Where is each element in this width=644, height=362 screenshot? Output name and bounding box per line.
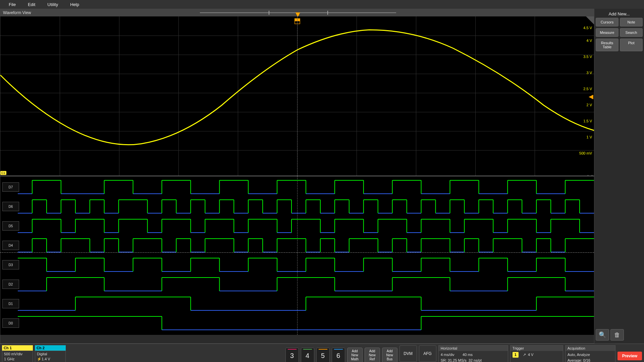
add-new-ref-button[interactable]: AddNewRef xyxy=(365,348,380,362)
menu-utility[interactable]: Utility xyxy=(41,1,64,8)
channel-6-button[interactable]: 6 xyxy=(332,348,345,362)
afg-button[interactable]: AFG xyxy=(419,345,436,362)
digital-label[interactable]: D0 xyxy=(2,318,19,328)
acquisition-panel[interactable]: Acquisition Auto, Analyze Average: 0/16 … xyxy=(565,345,615,362)
zoom-icon[interactable]: 🔍 xyxy=(596,329,609,341)
digital-row-d4[interactable]: D4 xyxy=(0,236,594,255)
digital-row-d1[interactable]: D1 xyxy=(0,294,594,313)
digital-label[interactable]: D1 xyxy=(2,299,19,308)
rising-edge-icon: ↗ xyxy=(523,353,526,357)
trigger-panel[interactable]: Trigger 1 ↗ 4 V xyxy=(510,345,563,362)
measure-button[interactable]: Measure xyxy=(596,28,619,37)
channel-2-badge[interactable]: Ch 2 Digital ⚡1.4 V xyxy=(35,345,66,362)
note-button[interactable]: Note xyxy=(620,18,643,26)
add-new-group: AddNewMathAddNewRefAddNewBus xyxy=(347,345,397,362)
digital-waveform-area[interactable]: D7D6D5D4D3D2D1D0 xyxy=(0,176,594,335)
cursors-button[interactable]: Cursors xyxy=(596,18,619,26)
digital-label[interactable]: D5 xyxy=(2,221,19,231)
results-table-button[interactable]: Results Table xyxy=(596,39,619,51)
digital-label[interactable]: D7 xyxy=(2,182,19,192)
search-button[interactable]: Search xyxy=(620,28,643,37)
horizontal-panel[interactable]: Horizontal 4 ms/div 40 ms SR: 31.25 MS/s… xyxy=(438,345,508,362)
digital-label[interactable]: D6 xyxy=(2,202,19,211)
preview-button[interactable]: Preview xyxy=(618,352,642,360)
trigger-level-icon[interactable]: ◀ xyxy=(589,93,593,100)
digital-label[interactable]: D4 xyxy=(2,241,19,250)
channel-5-button[interactable]: 5 xyxy=(316,348,330,362)
waveform-title-bar: Waveform View ▼ xyxy=(0,9,594,16)
ch1-ground-marker[interactable]: C1 xyxy=(0,171,6,175)
channel-4-button[interactable]: 4 xyxy=(301,348,314,362)
menu-help[interactable]: Help xyxy=(64,1,85,8)
add-new-sidebar: Add New... Cursors Note Measure Search R… xyxy=(594,9,644,344)
digital-row-d7[interactable]: D7 xyxy=(0,178,594,196)
waveform-viewport: Waveform View ▼ ⬒ ◀ 4.5 V4 V3.5 V xyxy=(0,9,594,344)
analog-waveform-area[interactable]: ⬒ ◀ 4.5 V4 V3.5 V3 V2.5 V2 V1.5 V1 V500 … xyxy=(0,16,594,176)
digital-row-d5[interactable]: D5 xyxy=(0,217,594,235)
menu-bar: File Edit Utility Help xyxy=(0,0,644,9)
waveform-title: Waveform View xyxy=(3,10,31,15)
inactive-channels: 3456 xyxy=(285,345,345,362)
bottom-toolbar: Ch 1 500 mV/div 1 GHz Ch 2 Digital ⚡1.4 … xyxy=(0,344,644,362)
digital-label[interactable]: D3 xyxy=(2,260,19,269)
digital-row-d0[interactable]: D0 xyxy=(0,314,594,333)
digital-row-d2[interactable]: D2 xyxy=(0,275,594,294)
channel-1-badge[interactable]: Ch 1 500 mV/div 1 GHz xyxy=(2,345,33,362)
trash-icon[interactable]: 🗑 xyxy=(610,329,624,341)
ch1-waveform xyxy=(0,16,594,176)
dvm-button[interactable]: DVM xyxy=(399,345,417,362)
menu-edit[interactable]: Edit xyxy=(22,1,41,8)
channel-3-button[interactable]: 3 xyxy=(285,348,299,362)
digital-row-d6[interactable]: D6 xyxy=(0,197,594,216)
digital-row-d3[interactable]: D3 xyxy=(0,255,594,274)
add-new-bus-button[interactable]: AddNewBus xyxy=(382,348,397,362)
menu-file[interactable]: File xyxy=(3,1,22,8)
sidebar-title: Add New... xyxy=(596,10,643,18)
add-new-math-button[interactable]: AddNewMath xyxy=(347,348,363,362)
plot-button[interactable]: Plot xyxy=(620,39,643,51)
digital-label[interactable]: D2 xyxy=(2,280,19,289)
